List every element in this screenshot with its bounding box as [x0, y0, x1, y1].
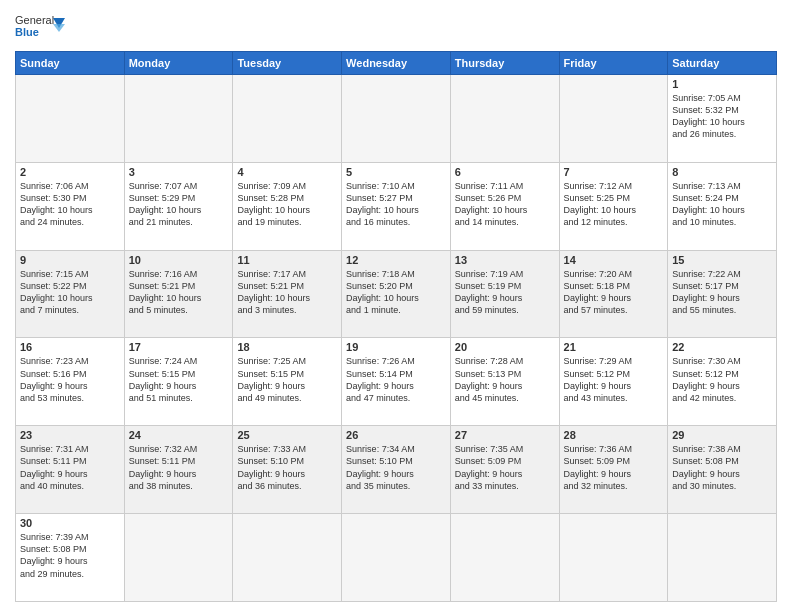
calendar-day-cell: 9Sunrise: 7:15 AM Sunset: 5:22 PM Daylig…: [16, 250, 125, 338]
calendar-day-cell: [450, 514, 559, 602]
calendar-day-cell: 30Sunrise: 7:39 AM Sunset: 5:08 PM Dayli…: [16, 514, 125, 602]
svg-marker-3: [53, 24, 65, 32]
day-info: Sunrise: 7:34 AM Sunset: 5:10 PM Dayligh…: [346, 443, 446, 492]
day-info: Sunrise: 7:28 AM Sunset: 5:13 PM Dayligh…: [455, 355, 555, 404]
day-number: 14: [564, 254, 664, 266]
day-number: 29: [672, 429, 772, 441]
day-number: 25: [237, 429, 337, 441]
day-number: 17: [129, 341, 229, 353]
calendar-day-cell: [16, 75, 125, 163]
day-info: Sunrise: 7:30 AM Sunset: 5:12 PM Dayligh…: [672, 355, 772, 404]
calendar-day-cell: [668, 514, 777, 602]
calendar-day-cell: [233, 75, 342, 163]
weekday-sunday: Sunday: [16, 52, 125, 75]
calendar-day-cell: 17Sunrise: 7:24 AM Sunset: 5:15 PM Dayli…: [124, 338, 233, 426]
calendar-day-cell: 11Sunrise: 7:17 AM Sunset: 5:21 PM Dayli…: [233, 250, 342, 338]
calendar-day-cell: 26Sunrise: 7:34 AM Sunset: 5:10 PM Dayli…: [342, 426, 451, 514]
day-number: 11: [237, 254, 337, 266]
day-number: 5: [346, 166, 446, 178]
day-info: Sunrise: 7:11 AM Sunset: 5:26 PM Dayligh…: [455, 180, 555, 229]
day-info: Sunrise: 7:23 AM Sunset: 5:16 PM Dayligh…: [20, 355, 120, 404]
day-number: 15: [672, 254, 772, 266]
calendar-day-cell: 14Sunrise: 7:20 AM Sunset: 5:18 PM Dayli…: [559, 250, 668, 338]
calendar-day-cell: 25Sunrise: 7:33 AM Sunset: 5:10 PM Dayli…: [233, 426, 342, 514]
calendar-table: SundayMondayTuesdayWednesdayThursdayFrid…: [15, 51, 777, 602]
calendar-week-row: 23Sunrise: 7:31 AM Sunset: 5:11 PM Dayli…: [16, 426, 777, 514]
calendar-day-cell: 16Sunrise: 7:23 AM Sunset: 5:16 PM Dayli…: [16, 338, 125, 426]
day-number: 16: [20, 341, 120, 353]
day-info: Sunrise: 7:36 AM Sunset: 5:09 PM Dayligh…: [564, 443, 664, 492]
day-info: Sunrise: 7:29 AM Sunset: 5:12 PM Dayligh…: [564, 355, 664, 404]
day-info: Sunrise: 7:25 AM Sunset: 5:15 PM Dayligh…: [237, 355, 337, 404]
weekday-monday: Monday: [124, 52, 233, 75]
calendar-day-cell: 19Sunrise: 7:26 AM Sunset: 5:14 PM Dayli…: [342, 338, 451, 426]
day-number: 18: [237, 341, 337, 353]
calendar-day-cell: 27Sunrise: 7:35 AM Sunset: 5:09 PM Dayli…: [450, 426, 559, 514]
calendar-day-cell: 24Sunrise: 7:32 AM Sunset: 5:11 PM Dayli…: [124, 426, 233, 514]
day-info: Sunrise: 7:19 AM Sunset: 5:19 PM Dayligh…: [455, 268, 555, 317]
day-number: 21: [564, 341, 664, 353]
day-info: Sunrise: 7:26 AM Sunset: 5:14 PM Dayligh…: [346, 355, 446, 404]
day-number: 12: [346, 254, 446, 266]
calendar-day-cell: 4Sunrise: 7:09 AM Sunset: 5:28 PM Daylig…: [233, 162, 342, 250]
calendar-week-row: 16Sunrise: 7:23 AM Sunset: 5:16 PM Dayli…: [16, 338, 777, 426]
day-info: Sunrise: 7:12 AM Sunset: 5:25 PM Dayligh…: [564, 180, 664, 229]
calendar-week-row: 1Sunrise: 7:05 AM Sunset: 5:32 PM Daylig…: [16, 75, 777, 163]
calendar-day-cell: [559, 514, 668, 602]
calendar-day-cell: 2Sunrise: 7:06 AM Sunset: 5:30 PM Daylig…: [16, 162, 125, 250]
svg-text:General: General: [15, 14, 54, 26]
calendar-day-cell: [559, 75, 668, 163]
calendar-day-cell: 5Sunrise: 7:10 AM Sunset: 5:27 PM Daylig…: [342, 162, 451, 250]
day-number: 8: [672, 166, 772, 178]
day-info: Sunrise: 7:06 AM Sunset: 5:30 PM Dayligh…: [20, 180, 120, 229]
calendar-day-cell: 29Sunrise: 7:38 AM Sunset: 5:08 PM Dayli…: [668, 426, 777, 514]
day-number: 13: [455, 254, 555, 266]
day-number: 3: [129, 166, 229, 178]
calendar-day-cell: 18Sunrise: 7:25 AM Sunset: 5:15 PM Dayli…: [233, 338, 342, 426]
day-info: Sunrise: 7:05 AM Sunset: 5:32 PM Dayligh…: [672, 92, 772, 141]
day-info: Sunrise: 7:09 AM Sunset: 5:28 PM Dayligh…: [237, 180, 337, 229]
calendar-day-cell: 21Sunrise: 7:29 AM Sunset: 5:12 PM Dayli…: [559, 338, 668, 426]
day-number: 26: [346, 429, 446, 441]
day-number: 4: [237, 166, 337, 178]
calendar-day-cell: [342, 75, 451, 163]
day-number: 19: [346, 341, 446, 353]
calendar-week-row: 30Sunrise: 7:39 AM Sunset: 5:08 PM Dayli…: [16, 514, 777, 602]
calendar-day-cell: 22Sunrise: 7:30 AM Sunset: 5:12 PM Dayli…: [668, 338, 777, 426]
day-number: 9: [20, 254, 120, 266]
weekday-saturday: Saturday: [668, 52, 777, 75]
calendar-day-cell: 7Sunrise: 7:12 AM Sunset: 5:25 PM Daylig…: [559, 162, 668, 250]
day-number: 6: [455, 166, 555, 178]
logo-icon: General Blue: [15, 10, 65, 45]
day-info: Sunrise: 7:07 AM Sunset: 5:29 PM Dayligh…: [129, 180, 229, 229]
day-info: Sunrise: 7:31 AM Sunset: 5:11 PM Dayligh…: [20, 443, 120, 492]
svg-text:Blue: Blue: [15, 26, 39, 38]
calendar-day-cell: [342, 514, 451, 602]
day-info: Sunrise: 7:17 AM Sunset: 5:21 PM Dayligh…: [237, 268, 337, 317]
day-number: 2: [20, 166, 120, 178]
day-info: Sunrise: 7:22 AM Sunset: 5:17 PM Dayligh…: [672, 268, 772, 317]
day-number: 28: [564, 429, 664, 441]
day-number: 30: [20, 517, 120, 529]
page: General Blue SundayMondayTuesdayWednesda…: [0, 0, 792, 612]
day-number: 20: [455, 341, 555, 353]
header: General Blue: [15, 10, 777, 45]
calendar-day-cell: 23Sunrise: 7:31 AM Sunset: 5:11 PM Dayli…: [16, 426, 125, 514]
day-number: 22: [672, 341, 772, 353]
day-number: 7: [564, 166, 664, 178]
calendar-day-cell: 6Sunrise: 7:11 AM Sunset: 5:26 PM Daylig…: [450, 162, 559, 250]
day-info: Sunrise: 7:38 AM Sunset: 5:08 PM Dayligh…: [672, 443, 772, 492]
weekday-header-row: SundayMondayTuesdayWednesdayThursdayFrid…: [16, 52, 777, 75]
weekday-wednesday: Wednesday: [342, 52, 451, 75]
weekday-friday: Friday: [559, 52, 668, 75]
weekday-tuesday: Tuesday: [233, 52, 342, 75]
calendar-day-cell: 10Sunrise: 7:16 AM Sunset: 5:21 PM Dayli…: [124, 250, 233, 338]
calendar-day-cell: 3Sunrise: 7:07 AM Sunset: 5:29 PM Daylig…: [124, 162, 233, 250]
calendar-day-cell: [124, 514, 233, 602]
weekday-thursday: Thursday: [450, 52, 559, 75]
logo: General Blue: [15, 10, 65, 45]
day-info: Sunrise: 7:32 AM Sunset: 5:11 PM Dayligh…: [129, 443, 229, 492]
calendar-day-cell: 28Sunrise: 7:36 AM Sunset: 5:09 PM Dayli…: [559, 426, 668, 514]
day-number: 27: [455, 429, 555, 441]
calendar-day-cell: 20Sunrise: 7:28 AM Sunset: 5:13 PM Dayli…: [450, 338, 559, 426]
